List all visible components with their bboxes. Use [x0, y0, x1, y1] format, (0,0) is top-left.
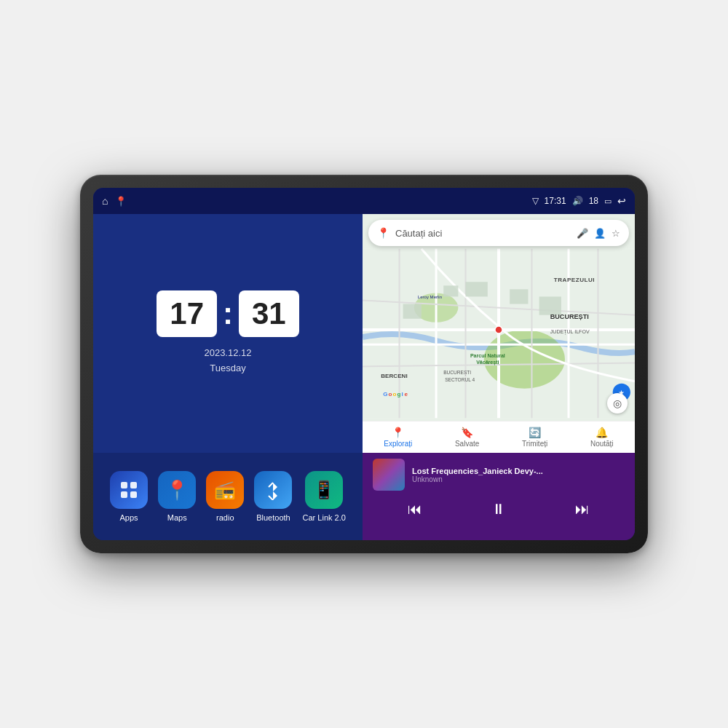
map-nav-news[interactable]: 🔔 Noutăți: [590, 427, 614, 448]
app-item-bluetooth[interactable]: Bluetooth: [254, 471, 292, 522]
svg-rect-40: [130, 491, 137, 498]
app-item-apps[interactable]: Apps: [110, 471, 148, 522]
svg-text:o: o: [388, 391, 392, 397]
app-item-carlink[interactable]: 📱 Car Link 2.0: [303, 471, 346, 522]
bluetooth-icon-bg: [254, 471, 292, 509]
signal-icon: ▽: [532, 196, 539, 206]
maps-label: Maps: [167, 513, 187, 522]
svg-point-34: [495, 326, 502, 333]
share-icon: 🔄: [529, 427, 541, 438]
apps-row: Apps 📍 Maps 📻 radio: [93, 453, 363, 540]
map-more-icon[interactable]: ☆: [612, 228, 620, 239]
map-search-bar[interactable]: 📍 Căutați aici 🎤 👤 ☆: [368, 220, 629, 246]
svg-text:TRAPEZULUI: TRAPEZULUI: [554, 277, 595, 283]
music-prev-button[interactable]: ⏮: [402, 498, 428, 521]
maps-shortcut-icon[interactable]: 📍: [115, 196, 127, 207]
music-player: Lost Frequencies_Janieck Devy-... Unknow…: [363, 453, 635, 540]
clock-date: 2023.12.12 Tuesday: [204, 346, 251, 376]
maps-icon-bg: 📍: [158, 471, 196, 509]
svg-text:Parcul Natural: Parcul Natural: [470, 353, 505, 358]
clock-minute: 31: [252, 296, 286, 331]
explore-icon: 📍: [392, 427, 404, 438]
music-text: Lost Frequencies_Janieck Devy-... Unknow…: [412, 467, 625, 483]
map-nav-saved[interactable]: 🔖 Salvate: [455, 427, 479, 448]
music-playpause-button[interactable]: ⏸: [486, 498, 512, 521]
svg-text:e: e: [405, 391, 408, 397]
clock-hour-block: 17: [157, 290, 217, 337]
music-thumbnail: [373, 459, 405, 491]
map-nav-explore[interactable]: 📍 Explorați: [384, 427, 412, 448]
svg-rect-38: [130, 482, 137, 488]
main-content: 17 : 31 2023.12.12 Tuesday: [93, 214, 635, 540]
map-search-text: Căutați aici: [395, 228, 571, 239]
music-next-button[interactable]: ⏭: [569, 498, 596, 521]
svg-text:Văcărești: Văcărești: [476, 360, 499, 365]
music-title: Lost Frequencies_Janieck Devy-...: [412, 467, 625, 475]
map-nav-explore-label: Explorați: [384, 440, 412, 448]
volume-level: 18: [589, 196, 598, 206]
svg-text:JUDEȚUL ILFOV: JUDEȚUL ILFOV: [550, 329, 590, 335]
apps-icon-bg: [110, 471, 148, 509]
svg-text:BERCENI: BERCENI: [381, 373, 407, 379]
apps-label: Apps: [120, 513, 138, 522]
svg-text:o: o: [392, 391, 396, 397]
maps-app-icon: 📍: [165, 479, 189, 502]
status-bar-right: ▽ 17:31 🔊 18 ▭ ↩: [532, 195, 626, 207]
map-nav-news-label: Noutăți: [590, 440, 614, 448]
device-screen: ⌂ 📍 ▽ 17:31 🔊 18 ▭ ↩ 1: [93, 188, 635, 540]
map-nav-share-label: Trimiteți: [522, 440, 547, 448]
carlink-app-icon: 📱: [313, 480, 335, 500]
map-bottom-nav: 📍 Explorați 🔖 Salvate 🔄 Trimiteți �: [363, 421, 635, 453]
map-account-icon[interactable]: 👤: [594, 228, 606, 239]
map-widget[interactable]: TRAPEZULUI BUCUREȘTI JUDEȚUL ILFOV BERCE…: [363, 214, 635, 453]
svg-text:G: G: [383, 391, 387, 397]
app-item-radio[interactable]: 📻 radio: [206, 471, 244, 522]
svg-rect-17: [510, 289, 528, 304]
compass-icon: ◎: [613, 397, 622, 409]
clock-separator: :: [223, 296, 233, 331]
album-art: [373, 459, 405, 491]
bluetooth-label: Bluetooth: [256, 513, 290, 522]
clock-hour: 17: [170, 296, 204, 331]
apps-grid-icon: [119, 480, 139, 500]
svg-text:g: g: [397, 391, 401, 397]
map-voice-icon[interactable]: 🎤: [577, 228, 588, 239]
svg-rect-39: [121, 491, 127, 498]
radio-label: radio: [216, 513, 234, 522]
home-icon[interactable]: ⌂: [102, 195, 108, 207]
music-info: Lost Frequencies_Janieck Devy-... Unknow…: [373, 459, 625, 491]
svg-text:l: l: [402, 391, 403, 397]
radio-app-icon: 📻: [214, 480, 236, 500]
news-icon: 🔔: [596, 427, 608, 438]
status-time: 17:31: [545, 196, 566, 206]
svg-rect-14: [443, 285, 458, 296]
music-controls: ⏮ ⏸ ⏭: [373, 498, 625, 521]
svg-text:BUCUREȘTI: BUCUREȘTI: [443, 370, 471, 376]
clock-widget: 17 : 31 2023.12.12 Tuesday: [93, 214, 363, 453]
carlink-label: Car Link 2.0: [303, 513, 346, 522]
svg-rect-37: [121, 482, 127, 488]
app-item-maps[interactable]: 📍 Maps: [158, 471, 196, 522]
volume-icon[interactable]: 🔊: [572, 196, 583, 206]
map-nav-share[interactable]: 🔄 Trimiteți: [522, 427, 547, 448]
back-icon[interactable]: ↩: [617, 195, 626, 207]
map-compass-button[interactable]: ◎: [607, 393, 628, 414]
bluetooth-app-icon: [263, 480, 283, 500]
car-display-unit: ⌂ 📍 ▽ 17:31 🔊 18 ▭ ↩ 1: [80, 175, 648, 553]
status-bar: ⌂ 📍 ▽ 17:31 🔊 18 ▭ ↩: [93, 188, 635, 214]
music-artist: Unknown: [412, 475, 625, 483]
device-frame: ⌂ 📍 ▽ 17:31 🔊 18 ▭ ↩ 1: [80, 175, 648, 553]
map-pin-icon: 📍: [377, 227, 389, 239]
battery-icon: ▭: [604, 197, 612, 206]
svg-text:BUCUREȘTI: BUCUREȘTI: [550, 313, 589, 320]
map-nav-saved-label: Salvate: [455, 440, 479, 448]
radio-icon-bg: 📻: [206, 471, 244, 509]
clock-display: 17 : 31: [157, 290, 298, 337]
svg-text:Leroy Merlin: Leroy Merlin: [418, 295, 442, 299]
saved-icon: 🔖: [461, 427, 473, 438]
svg-rect-15: [466, 282, 488, 296]
carlink-icon-bg: 📱: [305, 471, 343, 509]
clock-minute-block: 31: [239, 290, 299, 337]
status-bar-left: ⌂ 📍: [102, 195, 127, 207]
svg-text:SECTORUL 4: SECTORUL 4: [445, 377, 475, 382]
